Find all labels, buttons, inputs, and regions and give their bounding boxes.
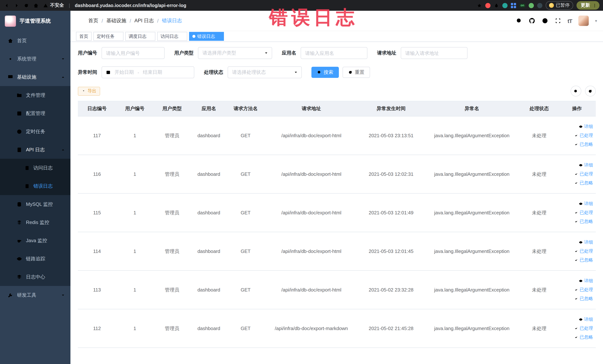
document-icon — [24, 165, 30, 170]
sidebar-item-api-log[interactable]: API 日志 — [0, 141, 70, 159]
clock-icon — [16, 129, 22, 134]
layers-icon — [16, 219, 22, 225]
table-row: 115 1 管理员 dashboard GET /api/infra/db-do… — [78, 193, 596, 232]
processed-link[interactable]: 已处理 — [574, 248, 593, 254]
search-icon[interactable] — [516, 17, 522, 24]
coffee-icon — [16, 237, 22, 244]
search-icon — [574, 89, 578, 93]
refresh-table-button[interactable] — [585, 86, 596, 96]
address-bar[interactable]: dashboard.yudao.iocoder.cn/infra/log/api… — [75, 3, 473, 8]
process-status-label: 处理状态 — [204, 69, 223, 76]
breadcrumb-home[interactable]: 首页 — [88, 17, 98, 24]
detail-link[interactable]: 详细 — [579, 316, 593, 323]
sidebar-item-scheduled-tasks[interactable]: 定时任务 — [0, 122, 70, 141]
ignored-link[interactable]: 已忽略 — [574, 295, 593, 302]
sidebar-item-redis-monitor[interactable]: Redis 监控 — [0, 213, 70, 231]
extension-icon-2-drop[interactable] — [494, 3, 499, 8]
browser-home-icon[interactable] — [33, 2, 39, 8]
close-icon[interactable] — [116, 35, 120, 38]
browser-reload-icon[interactable] — [24, 3, 29, 8]
extension-icon-3[interactable] — [502, 3, 508, 8]
edit-icon — [16, 110, 22, 116]
tab-schedule-log[interactable]: 调度日志 — [125, 32, 155, 41]
check-icon — [574, 133, 578, 138]
detail-link[interactable]: 详细 — [579, 239, 593, 246]
detail-link[interactable]: 详细 — [579, 201, 593, 207]
github-icon[interactable] — [529, 17, 535, 24]
font-size-icon[interactable]: tT — [568, 18, 572, 24]
sidebar-item-access-log[interactable]: 访问日志 — [0, 159, 70, 177]
bookmark-star-icon[interactable] — [477, 3, 482, 8]
detail-link[interactable]: 详细 — [579, 124, 593, 130]
export-button[interactable]: 导出 — [78, 87, 100, 95]
app-logo[interactable]: 芋道管理系统 — [0, 11, 70, 32]
user-id-input[interactable] — [102, 47, 165, 59]
process-status-select[interactable]: 请选择处理状态 — [228, 66, 302, 78]
eye-icon — [579, 279, 583, 283]
extension-icon-1[interactable] — [485, 3, 490, 8]
browser-update-menu[interactable]: 更新 — [576, 1, 599, 10]
sidebar-item-system-management[interactable]: 系统管理 — [0, 50, 70, 68]
extension-icon-4-grid[interactable] — [511, 3, 516, 8]
sidebar-item-log-center[interactable]: 日志中心 — [0, 268, 70, 286]
browser-toolbar-right: on 已暂停 更新 — [477, 1, 599, 10]
search-button[interactable]: 搜索 — [312, 67, 339, 78]
detail-link[interactable]: 详细 — [579, 278, 593, 284]
app-name-input[interactable] — [301, 47, 367, 59]
browser-forward-icon[interactable] — [14, 2, 20, 8]
processed-link[interactable]: 已处理 — [574, 325, 593, 331]
sidebar-collapse-button[interactable] — [76, 17, 83, 24]
processed-link[interactable]: 已处理 — [574, 287, 593, 293]
close-icon[interactable] — [217, 35, 220, 38]
browser-back-icon[interactable] — [4, 2, 10, 8]
tab-error-log[interactable]: 错误日志 — [189, 32, 224, 41]
extension-on-badge[interactable]: on — [519, 3, 525, 7]
sidebar-item-file-management[interactable]: 文件管理 — [0, 86, 70, 104]
breadcrumb-api-log[interactable]: API 日志 — [134, 17, 154, 24]
sidebar-item-config-management[interactable]: 配置管理 — [0, 104, 70, 122]
paused-label: 已暂停 — [556, 2, 570, 9]
ignored-link[interactable]: 已忽略 — [574, 257, 593, 263]
tab-home[interactable]: 首页 — [76, 32, 92, 41]
security-indicator[interactable]: 不安全 — [43, 2, 64, 9]
request-url-label: 请求地址 — [377, 50, 396, 56]
avatar-caret-icon[interactable]: ▾ — [595, 18, 597, 23]
sidebar-item-dev-tools[interactable]: 研发工具 — [0, 286, 70, 304]
toggle-search-button[interactable] — [570, 86, 581, 96]
paused-badge[interactable]: 已暂停 — [546, 1, 573, 10]
security-label: 不安全 — [50, 2, 64, 9]
processed-link[interactable]: 已处理 — [574, 210, 593, 216]
sidebar-item-error-log[interactable]: 错误日志 — [0, 177, 70, 195]
extension-icon-5[interactable] — [529, 3, 534, 8]
gear-icon — [7, 56, 13, 62]
sidebar-item-trace[interactable]: 链路追踪 — [0, 250, 70, 268]
ignored-link[interactable]: 已忽略 — [574, 141, 593, 148]
detail-link[interactable]: 详细 — [579, 162, 593, 168]
close-icon[interactable] — [148, 35, 152, 38]
exception-time-range-picker[interactable]: 开始日期 - 结束日期 — [102, 66, 194, 78]
tab-scheduled-tasks[interactable]: 定时任务 — [93, 32, 123, 41]
fullscreen-icon[interactable] — [555, 17, 561, 24]
ignored-link[interactable]: 已忽略 — [574, 180, 593, 186]
request-url-input[interactable] — [401, 47, 467, 59]
sidebar-item-infrastructure[interactable]: 基础设施 — [0, 68, 70, 86]
col-request-url: 请求地址 — [264, 101, 358, 116]
processed-link[interactable]: 已处理 — [574, 132, 593, 139]
logo-image — [5, 16, 16, 27]
reset-button[interactable]: 重置 — [343, 67, 370, 78]
avatar[interactable] — [578, 16, 589, 26]
filter-row-2: 异常时间 开始日期 - 结束日期 处理状态 请选择处理状态 — [78, 66, 596, 78]
update-label: 更新 — [581, 2, 590, 9]
sidebar-item-mysql-monitor[interactable]: MySQL 监控 — [0, 195, 70, 213]
sidebar-item-home[interactable]: 首页 — [0, 32, 70, 50]
ignored-link[interactable]: 已忽略 — [574, 218, 593, 225]
close-icon[interactable] — [180, 35, 184, 38]
sidebar-item-java-monitor[interactable]: Java 监控 — [0, 231, 70, 250]
ignored-link[interactable]: 已忽略 — [574, 334, 593, 341]
user-type-select[interactable]: 请选择用户类型 — [198, 47, 272, 59]
help-icon[interactable] — [542, 17, 548, 24]
breadcrumb-infrastructure[interactable]: 基础设施 — [106, 17, 127, 24]
processed-link[interactable]: 已处理 — [574, 171, 593, 177]
extension-icon-6-paw[interactable] — [537, 3, 542, 8]
tab-access-log[interactable]: 访问日志 — [157, 32, 187, 41]
